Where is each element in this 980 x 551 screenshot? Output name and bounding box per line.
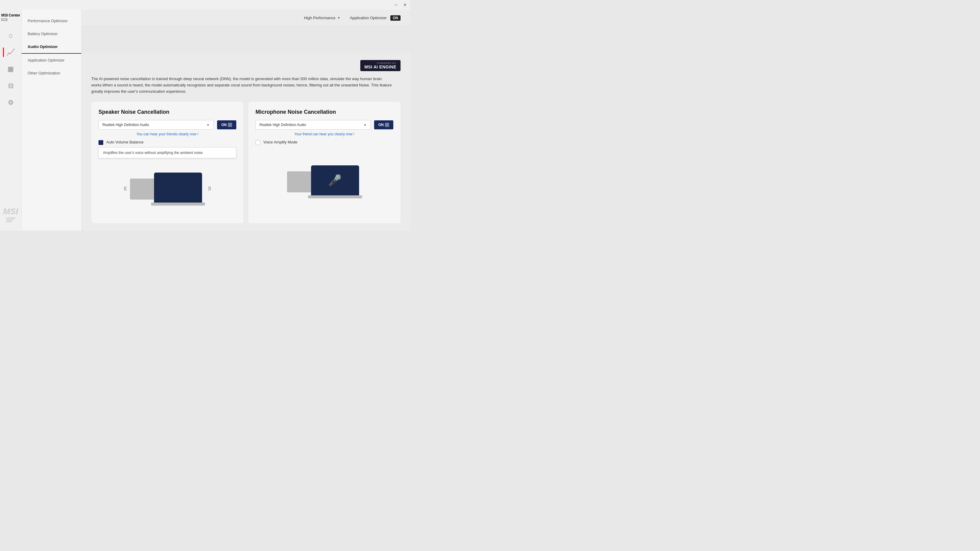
msi-logo: MSI — [3, 207, 18, 216]
ai-engine-badge: POWERED BY MSI AI ENGINE — [360, 60, 401, 71]
title-bar: ─ ✕ — [0, 0, 410, 10]
msi-line-3 — [6, 221, 12, 222]
content-area: POWERED BY MSI AI ENGINE The AI-powered … — [82, 53, 410, 230]
sidebar-item-settings[interactable]: ⚙ — [3, 95, 18, 110]
microphone-card-title: Microphone Noise Cancellation — [256, 109, 393, 115]
msi-line-1 — [6, 218, 16, 219]
app-container: MSI Center PRO ⌂ 📈 ▦ ⊟ ⚙ MSI — [0, 10, 410, 230]
microphone-illustration: 🎤 — [256, 148, 393, 216]
speaker-dropdown-arrow-icon: ▼ — [207, 123, 210, 127]
icon-strip: MSI Center PRO ⌂ 📈 ▦ ⊟ ⚙ MSI — [0, 10, 22, 230]
speaker-card-title: Speaker Noise Cancellation — [99, 109, 236, 115]
settings-icon: ⚙ — [8, 99, 14, 106]
microphone-laptop-base — [308, 195, 362, 198]
laptop-screen — [154, 173, 202, 203]
microphone-laptop-screen: 🎤 — [311, 165, 359, 195]
close-button[interactable]: ✕ — [402, 2, 408, 8]
speaker-checkbox-row: Auto Volume Balance — [99, 140, 236, 145]
main-wrapper: Performance Optimizer Battery Optimizer … — [22, 10, 410, 230]
cards-row: Speaker Noise Cancellation Realtek High … — [91, 102, 401, 223]
speaker-checkbox[interactable] — [99, 140, 103, 145]
speaker-toggle-indicator — [228, 123, 232, 127]
pro-badge: PRO — [1, 18, 8, 21]
app-optimizer-section: Application Optimizer ON — [350, 15, 401, 21]
speaker-laptop-outer: (( )) — [130, 173, 205, 206]
microphone-icon: 🎤 — [328, 174, 342, 187]
speaker-audio-device-dropdown[interactable]: Realtek High Definition Audio ▼ — [99, 120, 213, 130]
nav-panel: Performance Optimizer Battery Optimizer … — [22, 10, 82, 230]
dropdown-arrow-icon: ▼ — [337, 16, 340, 19]
speaker-checkbox-label: Auto Volume Balance — [106, 140, 143, 144]
toolbox-icon: ⊟ — [8, 82, 14, 90]
speaker-tooltip-box: Amplifies the user's voice without ampli… — [99, 148, 236, 158]
microphone-laptop-outer: 🎤 — [287, 165, 362, 198]
speaker-noise-cancellation-card: Speaker Noise Cancellation Realtek High … — [91, 102, 243, 223]
right-content: High Performance ▼ Application Optimizer… — [82, 10, 410, 230]
app-logo: MSI Center PRO — [1, 13, 20, 21]
sidebar-item-tools[interactable]: ⊟ — [3, 79, 18, 93]
bar-chart-icon: ▦ — [8, 65, 14, 73]
header-right: High Performance ▼ Application Optimizer… — [304, 15, 401, 21]
microphone-noise-cancellation-card: Microphone Noise Cancellation Realtek Hi… — [248, 102, 401, 223]
speaker-card-controls: Realtek High Definition Audio ▼ ON — [99, 120, 236, 130]
nav-item-audio-optimizer[interactable]: Audio Optimizer — [22, 40, 81, 54]
microphone-checkbox-label: Voice Amplify Mode — [263, 140, 297, 144]
laptop-base — [151, 203, 205, 206]
microphone-dropdown-arrow-icon: ▼ — [364, 123, 367, 127]
nav-item-application-optimizer[interactable]: Application Optimizer — [22, 54, 81, 67]
speaker-illustration: (( )) — [99, 162, 236, 216]
minimize-button[interactable]: ─ — [393, 2, 399, 8]
header-bar: High Performance ▼ Application Optimizer… — [82, 10, 410, 26]
sound-wave-right-icon: )) — [208, 186, 211, 191]
sidebar-item-home[interactable]: ⌂ — [3, 28, 18, 43]
speaker-dropdown-value: Realtek High Definition Audio — [102, 123, 149, 127]
sidebar-item-performance[interactable]: 📈 — [3, 45, 18, 59]
sound-wave-left-icon: (( — [124, 186, 127, 191]
sidebar-item-stats[interactable]: ▦ — [3, 62, 18, 76]
microphone-dropdown-value: Realtek High Definition Audio — [259, 123, 306, 127]
microphone-toggle-label: ON — [378, 123, 384, 127]
speaker-toggle-label: ON — [221, 123, 227, 127]
performance-icon: 📈 — [6, 48, 15, 56]
app-name: MSI Center — [1, 13, 20, 17]
microphone-status-text: Your friend can hear you clearly now ! — [256, 132, 393, 136]
microphone-laptop-assembly: 🎤 — [308, 165, 362, 198]
app-optimizer-label: Application Optimizer — [350, 16, 387, 20]
microphone-toggle-button[interactable]: ON — [374, 120, 393, 129]
laptop-assembly — [151, 173, 205, 206]
engine-name-label: MSI AI ENGINE — [364, 65, 396, 69]
powered-by-label: POWERED BY — [377, 62, 396, 65]
microphone-checkbox[interactable] — [256, 140, 260, 145]
nav-item-other-optimization[interactable]: Other Optimization — [22, 67, 81, 79]
msi-line-2 — [6, 219, 14, 220]
microphone-audio-device-dropdown[interactable]: Realtek High Definition Audio ▼ — [256, 120, 371, 130]
microphone-card-controls: Realtek High Definition Audio ▼ ON — [256, 120, 393, 130]
performance-mode-label: High Performance — [304, 16, 336, 20]
app-optimizer-status: ON — [390, 15, 401, 21]
home-icon: ⌂ — [9, 32, 13, 39]
speaker-toggle-button[interactable]: ON — [217, 120, 236, 129]
microphone-checkbox-row: Voice Amplify Mode — [256, 140, 393, 145]
sidebar-bottom: MSI — [3, 207, 18, 227]
speaker-status-text: You can hear your friends clearly now ! — [99, 132, 236, 136]
description-text: The AI-powered noise cancellation is tra… — [91, 76, 401, 95]
performance-mode-dropdown[interactable]: High Performance ▼ — [304, 16, 340, 20]
msi-lines — [6, 218, 16, 222]
nav-item-battery-optimizer[interactable]: Battery Optimizer — [22, 27, 81, 40]
microphone-toggle-indicator — [385, 123, 389, 127]
nav-item-performance-optimizer[interactable]: Performance Optimizer — [22, 14, 81, 27]
